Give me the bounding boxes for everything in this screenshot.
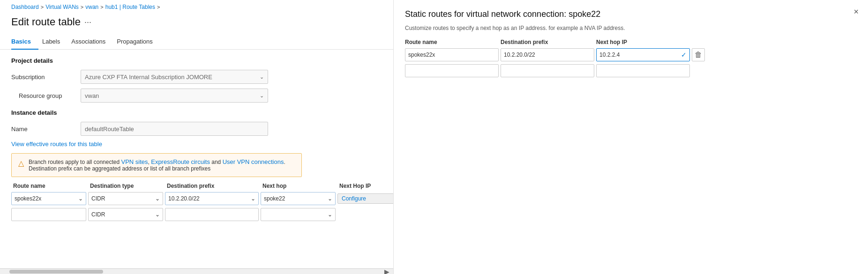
breadcrumb-dashboard[interactable]: Dashboard: [11, 4, 39, 10]
right-col-next-hop-ip: Next hop IP: [596, 39, 690, 45]
page-title-row: Edit route table ···: [0, 14, 393, 34]
dest-type-select-2[interactable]: CIDR ⌄: [88, 208, 163, 221]
breadcrumb-virtual-wans[interactable]: Virtual WANs: [45, 4, 79, 10]
subscription-chevron-icon: ⌄: [260, 74, 264, 80]
resource-group-chevron-icon: ⌄: [260, 93, 264, 99]
breadcrumb: Dashboard > Virtual WANs > vwan > hub1 |…: [0, 0, 393, 14]
route-table-header: Route name Destination type Destination …: [11, 183, 382, 189]
form-content: Project details Subscription Azure CXP F…: [0, 50, 393, 231]
dest-prefix-value-1: 10.2.20.0/22: [168, 195, 200, 202]
resource-group-row: Resource group vwan ⌄: [11, 89, 382, 103]
next-hop-select-2[interactable]: ⌄: [261, 208, 336, 221]
scroll-right-arrow[interactable]: ▶: [384, 268, 389, 274]
right-table-row: spokes22x 10.2.20.0/22 10.2.2.4 ✓ 🗑: [405, 48, 857, 61]
resource-group-value: vwan: [85, 92, 99, 99]
col-next-hop-ip: Next Hop IP: [339, 183, 394, 189]
name-row: Name: [11, 122, 382, 136]
instance-details-title: Instance details: [11, 109, 382, 116]
right-next-hop-ip-value-1: 10.2.2.4: [599, 52, 620, 58]
subscription-label: Subscription: [11, 74, 77, 81]
right-col-route-name: Route name: [405, 39, 499, 45]
right-panel: × Static routes for virtual network conn…: [394, 0, 868, 274]
right-table-header: Route name Destination prefix Next hop I…: [405, 39, 857, 45]
route-name-input-2[interactable]: [11, 208, 86, 221]
col-dest-prefix: Destination prefix: [167, 183, 261, 189]
expressroute-link[interactable]: ExpressRoute circuits: [151, 158, 210, 165]
warning-icon: △: [18, 159, 24, 172]
vpn-sites-link[interactable]: VPN sites: [121, 158, 148, 165]
subscription-value: Azure CXP FTA Internal Subscription JOMO…: [85, 74, 212, 81]
project-details-title: Project details: [11, 57, 382, 64]
tab-associations[interactable]: Associations: [71, 34, 113, 50]
next-hop-value-1: spoke22: [264, 195, 285, 202]
right-dest-prefix-value-1: 10.2.20.0/22: [504, 52, 535, 58]
dest-type-chevron-icon-1: ⌄: [155, 195, 160, 202]
scroll-thumb[interactable]: [9, 270, 103, 274]
right-panel-subtitle: Customize routes to specify a next hop a…: [405, 25, 857, 31]
dest-type-value-1: CIDR: [91, 195, 105, 202]
dest-prefix-input-2[interactable]: [165, 208, 259, 221]
table-row: spokes22x ⌄ CIDR ⌄ 10.2.20.0/22 ⌄ spoke2…: [11, 192, 382, 205]
breadcrumb-vwan[interactable]: vwan: [85, 4, 98, 10]
close-button[interactable]: ×: [853, 7, 859, 16]
delete-button-1[interactable]: 🗑: [692, 48, 705, 61]
configure-button-1[interactable]: Configure: [337, 193, 394, 204]
subscription-row: Subscription Azure CXP FTA Internal Subs…: [11, 70, 382, 84]
right-col-dest-prefix: Destination prefix: [501, 39, 594, 45]
user-vpn-link[interactable]: User VPN connections: [223, 158, 284, 165]
breadcrumb-hub1-route-tables[interactable]: hub1 | Route Tables: [105, 4, 155, 10]
warning-box: △ Branch routes apply to all connected V…: [11, 153, 302, 177]
resource-group-select[interactable]: vwan ⌄: [81, 89, 268, 103]
right-route-name-1[interactable]: spokes22x: [405, 48, 499, 61]
effective-routes-link[interactable]: View effective routes for this table: [11, 141, 102, 148]
right-dest-prefix-2[interactable]: [501, 64, 594, 77]
horizontal-scrollbar[interactable]: ▶: [0, 268, 393, 274]
route-name-value-1: spokes22x: [15, 195, 41, 202]
right-dest-prefix-1[interactable]: 10.2.20.0/22: [501, 48, 594, 61]
page-menu-icon[interactable]: ···: [84, 17, 91, 27]
right-route-name-2[interactable]: [405, 64, 499, 77]
page-title: Edit route table: [11, 16, 81, 28]
right-panel-title: Static routes for virtual network connec…: [405, 9, 857, 19]
col-dest-type: Destination type: [90, 183, 165, 189]
table-row: CIDR ⌄ ⌄: [11, 208, 382, 221]
right-next-hop-ip-1[interactable]: 10.2.2.4 ✓: [596, 48, 690, 61]
name-label: Name: [11, 126, 77, 133]
dest-prefix-chevron-icon-1: ⌄: [251, 195, 255, 202]
dest-prefix-select-1[interactable]: 10.2.20.0/22 ⌄: [165, 192, 259, 205]
route-name-select-1[interactable]: spokes22x ⌄: [11, 192, 86, 205]
next-hop-select-1[interactable]: spoke22 ⌄: [261, 192, 336, 205]
col-route-name: Route name: [13, 183, 88, 189]
next-hop-chevron-icon-2: ⌄: [328, 211, 332, 218]
next-hop-chevron-icon-1: ⌄: [328, 195, 332, 202]
col-next-hop: Next hop: [262, 183, 337, 189]
right-next-hop-ip-2[interactable]: [596, 64, 690, 77]
left-panel: Dashboard > Virtual WANs > vwan > hub1 |…: [0, 0, 394, 274]
checkmark-icon: ✓: [681, 51, 687, 59]
tab-labels[interactable]: Labels: [42, 34, 67, 50]
dest-type-chevron-icon-2: ⌄: [155, 211, 160, 218]
warning-text: Branch routes apply to all connected VPN…: [29, 158, 295, 172]
subscription-select[interactable]: Azure CXP FTA Internal Subscription JOMO…: [81, 70, 268, 84]
right-table-row: [405, 64, 857, 77]
dest-type-select-1[interactable]: CIDR ⌄: [88, 192, 163, 205]
route-name-chevron-icon-1: ⌄: [78, 195, 83, 202]
tab-basics[interactable]: Basics: [11, 34, 38, 50]
tab-propagations[interactable]: Propagations: [117, 34, 160, 50]
dest-type-value-2: CIDR: [91, 211, 105, 218]
name-input[interactable]: [81, 122, 268, 136]
right-route-name-value-1: spokes22x: [408, 52, 435, 58]
route-table-section: Route name Destination type Destination …: [11, 183, 382, 221]
resource-group-label: Resource group: [11, 92, 77, 99]
tabs: Basics Labels Associations Propagations: [0, 34, 393, 50]
